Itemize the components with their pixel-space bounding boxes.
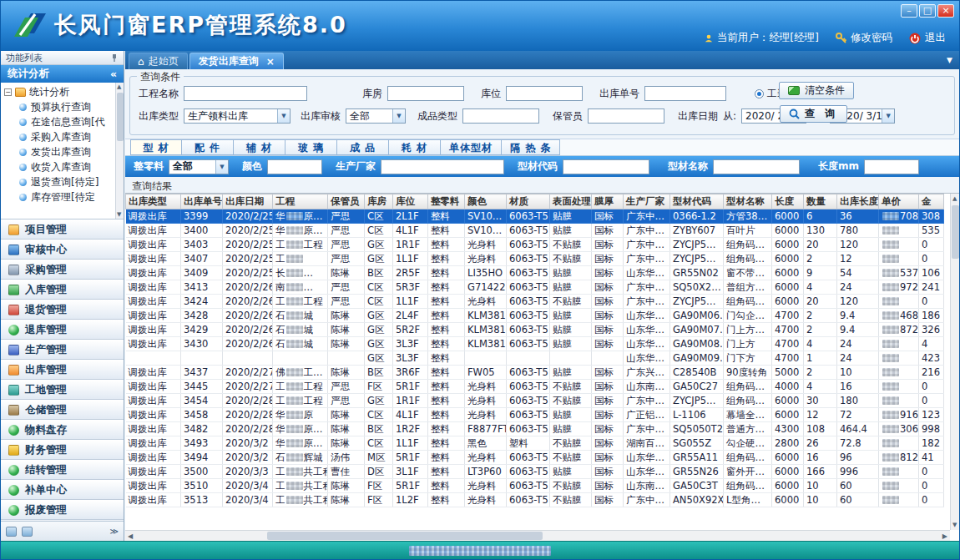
- cell[interactable]: 3493: [181, 436, 223, 451]
- cell[interactable]: 3510: [181, 479, 223, 493]
- cell[interactable]: B区: [365, 366, 393, 380]
- cell[interactable]: 曹佳: [328, 465, 365, 479]
- cell[interactable]: F区: [365, 493, 393, 507]
- cell[interactable]: 2020/2/26: [223, 280, 273, 295]
- cell[interactable]: 工工程: [273, 394, 328, 408]
- table-row[interactable]: 调拨出库35132020/3/4工共工程陈琳F区1L2F整料光身料6063-T5…: [126, 493, 944, 507]
- cell[interactable]: 国标: [592, 465, 624, 479]
- cell[interactable]: 贴膜: [550, 323, 592, 337]
- cell[interactable]: 工工程: [273, 295, 328, 309]
- sidebar-item-14[interactable]: 报废管理: [1, 500, 124, 520]
- table-row[interactable]: 调拨出库34542020/2/28工工程严思G区1R1F整料光身料6063-T5…: [126, 394, 944, 408]
- cell[interactable]: 60: [837, 493, 879, 507]
- sidebar-item-4[interactable]: 退货管理: [1, 300, 124, 320]
- cell[interactable]: 6063-T5: [507, 224, 550, 238]
- tree-item-4[interactable]: 收货入库查询: [4, 159, 124, 174]
- cell[interactable]: C区: [365, 436, 393, 451]
- cell[interactable]: C区: [365, 224, 393, 238]
- cell[interactable]: 30: [804, 394, 837, 408]
- cell[interactable]: 调拨出库: [126, 451, 181, 465]
- cell[interactable]: 423: [919, 351, 944, 366]
- sidebar-item-3[interactable]: 入库管理: [1, 280, 124, 300]
- table-row[interactable]: 调拨出库34942020/3/2石辉城汤伟M区5R1F整料光身料6063-T5不…: [126, 451, 944, 465]
- column-header-15[interactable]: 长度: [772, 194, 804, 209]
- cell[interactable]: 2020/2/28: [223, 408, 273, 422]
- table-row[interactable]: 调拨出库33992020/2/25华原…严思C区2L1F整料SV10…6063-…: [126, 209, 944, 224]
- cell[interactable]: 3409: [181, 266, 223, 280]
- cell[interactable]: 组角码…: [724, 394, 772, 408]
- cell[interactable]: 整料: [428, 479, 465, 493]
- cell[interactable]: 6063-T5: [507, 252, 550, 266]
- cell[interactable]: 2020/2/26: [223, 295, 273, 309]
- minimize-button[interactable]: –: [901, 4, 917, 18]
- cell[interactable]: 陈琳: [328, 323, 365, 337]
- cell[interactable]: 4700: [772, 309, 804, 323]
- cell[interactable]: 120: [837, 238, 879, 252]
- cell[interactable]: 门勾企…: [724, 309, 772, 323]
- cell[interactable]: [181, 351, 223, 366]
- cell[interactable]: 60: [837, 479, 879, 493]
- cell[interactable]: 0: [919, 479, 944, 493]
- length-input[interactable]: [864, 159, 919, 174]
- cell[interactable]: 工工程: [273, 238, 328, 252]
- cell[interactable]: 贴膜: [550, 309, 592, 323]
- cell[interactable]: 光身料: [465, 238, 507, 252]
- tab-home[interactable]: 起始页: [129, 53, 188, 69]
- material-tab-3[interactable]: 玻 璃: [285, 139, 337, 155]
- cell[interactable]: 广东兴…: [624, 366, 670, 380]
- cell[interactable]: 组角码…: [724, 380, 772, 394]
- cell[interactable]: 贴膜: [550, 337, 592, 351]
- cell[interactable]: KLM3817: [465, 337, 507, 351]
- column-header-10[interactable]: 表面处理: [550, 194, 592, 209]
- column-header-3[interactable]: 工程: [273, 194, 328, 209]
- cell[interactable]: 2020/3/4: [223, 479, 273, 493]
- cell[interactable]: 4000: [772, 380, 804, 394]
- cell[interactable]: 464.4: [837, 422, 879, 436]
- cell[interactable]: 0: [919, 465, 944, 479]
- cell[interactable]: 306: [879, 422, 919, 436]
- cell[interactable]: 贴膜: [550, 209, 592, 224]
- radio-gongzhuang[interactable]: [755, 89, 764, 98]
- cell[interactable]: 2020/2/26: [223, 323, 273, 337]
- cell[interactable]: 123: [919, 408, 944, 422]
- cell[interactable]: F8877FT: [465, 422, 507, 436]
- whole-part-select[interactable]: 全部: [169, 159, 229, 174]
- cell[interactable]: 工共工程: [273, 465, 328, 479]
- cell[interactable]: 不贴膜: [550, 380, 592, 394]
- cell[interactable]: 2020/2/28: [223, 394, 273, 408]
- toolbar-monitor-icon[interactable]: [6, 527, 17, 537]
- cell[interactable]: GA90M09…: [670, 351, 724, 366]
- cell[interactable]: 窗外开…: [724, 465, 772, 479]
- table-row[interactable]: 调拨出库34072020/2/25工严思G区1L1F整料光身料6063-T5不贴…: [126, 252, 944, 266]
- cell[interactable]: 严思: [328, 394, 365, 408]
- cell[interactable]: 黑色: [465, 436, 507, 451]
- cell[interactable]: 2020/2/25: [223, 224, 273, 238]
- cell[interactable]: 门上方…: [724, 323, 772, 337]
- cell[interactable]: 2: [804, 323, 837, 337]
- cell[interactable]: 国标: [592, 394, 624, 408]
- cell[interactable]: 3454: [181, 394, 223, 408]
- cell[interactable]: 72: [837, 408, 879, 422]
- column-header-18[interactable]: 单价: [879, 194, 919, 209]
- tab-list-dropdown-icon[interactable]: [947, 56, 952, 64]
- cell[interactable]: 3424: [181, 295, 223, 309]
- cell[interactable]: 16: [837, 380, 879, 394]
- cell[interactable]: 整料: [428, 380, 465, 394]
- cell[interactable]: 1R2F: [393, 422, 428, 436]
- cell[interactable]: 山东华…: [624, 309, 670, 323]
- close-button[interactable]: ×: [937, 4, 954, 18]
- cell[interactable]: FW05: [465, 366, 507, 380]
- cell[interactable]: 3L3F: [393, 337, 428, 351]
- cell[interactable]: 国标: [592, 295, 624, 309]
- cell[interactable]: 2020/3/2: [223, 436, 273, 451]
- cell[interactable]: 6063-T5: [507, 465, 550, 479]
- cell[interactable]: 0366-1.2: [670, 209, 724, 224]
- cell[interactable]: G区: [365, 394, 393, 408]
- cell[interactable]: 708: [879, 209, 919, 224]
- sidebar-item-10[interactable]: 物料盘存: [1, 420, 124, 440]
- table-row[interactable]: 调拨出库34242020/2/26工工程严思C区1L1F整料光身料6063-T5…: [126, 295, 944, 309]
- cell[interactable]: 130: [804, 224, 837, 238]
- cell[interactable]: 3399: [181, 209, 223, 224]
- cell[interactable]: 不贴膜: [550, 451, 592, 465]
- cell[interactable]: 72.8: [837, 436, 879, 451]
